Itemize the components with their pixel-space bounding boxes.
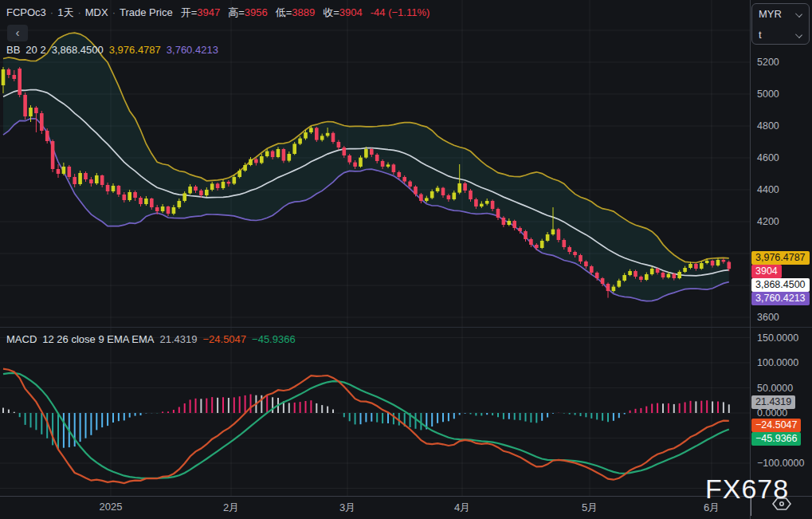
fx678-watermark: FX678	[705, 474, 789, 505]
axis-tick-label: 50.0000	[757, 383, 793, 394]
macd-indicator-legend[interactable]: MACD12 26 close 9 EMA EMA21.4319−24.5047…	[6, 333, 301, 345]
time-tick-label: 5月	[582, 501, 598, 515]
change-value: -44 (−1.11%)	[371, 6, 430, 18]
axis-tick-label: 150.0000	[757, 332, 798, 344]
chevron-left-icon: ‹	[16, 26, 20, 39]
pane-separator[interactable]	[0, 327, 812, 328]
time-axis[interactable]: 20252月3月4月5月6月	[0, 497, 812, 519]
exchange-label[interactable]: MDX	[85, 6, 108, 18]
interval-label[interactable]: 1天	[57, 6, 73, 18]
macd-title: MACD	[6, 333, 37, 345]
price-type-label[interactable]: Trade Price	[120, 6, 173, 18]
bb-params: 20 2	[25, 44, 45, 56]
time-tick-label: 4月	[454, 501, 470, 515]
macd-params: 12 26 close 9 EMA EMA	[42, 333, 154, 345]
bb-lower-value: 3,760.4213	[167, 44, 218, 56]
axis-price-badge: 3,760.4213	[751, 292, 810, 305]
bb-title: BB	[6, 44, 20, 56]
bb-upper-value: 3,976.4787	[109, 44, 161, 56]
axis-tick-label: 0.0000	[757, 407, 787, 419]
axis-tick-label: 5000	[757, 88, 779, 100]
high-label: 高=	[228, 6, 245, 18]
time-tick-label: 2月	[223, 501, 239, 515]
axis-price-badge: 21.4319	[751, 395, 795, 409]
currency-unit-selector: MYR t	[751, 3, 810, 45]
axis-tick-label: 4200	[757, 216, 779, 227]
axis-price-badge: 3,976.4787	[751, 251, 810, 265]
macd-hist-value: 21.4319	[159, 333, 197, 345]
time-tick-label: 2025	[100, 501, 123, 513]
macd-pane-canvas[interactable]	[0, 327, 750, 496]
time-tick-label: 3月	[339, 501, 355, 515]
chevron-down-icon	[795, 31, 802, 38]
macd-signal-value: −45.9366	[252, 333, 296, 345]
axis-tick-label: 100.0000	[757, 357, 798, 368]
low-label: 低=	[276, 6, 292, 18]
close-value: 3904	[339, 6, 363, 18]
unit-value: t	[759, 29, 762, 41]
macd-line-value: −24.5047	[202, 333, 246, 345]
axis-tick-label: 4800	[757, 120, 779, 132]
axis-tick-label: 4600	[757, 152, 779, 163]
bb-indicator-legend[interactable]: BB20 23,868.45003,976.47873,760.4213	[6, 44, 224, 56]
chevron-down-icon	[795, 10, 802, 18]
unit-dropdown[interactable]: t	[752, 25, 809, 45]
symbol-legend[interactable]: FCPOc3·1天·MDX·Trade Price开=3947高=3956低=3…	[6, 6, 430, 20]
axis-price-badge: 3,868.4500	[751, 278, 810, 292]
open-value: 3947	[197, 6, 220, 18]
open-label: 开=	[181, 6, 198, 18]
axis-tick-label: 4400	[757, 184, 779, 195]
trading-chart-window: FCPOc3·1天·MDX·Trade Price开=3947高=3956低=3…	[0, 0, 812, 519]
back-button[interactable]: ‹	[7, 25, 28, 41]
axis-tick-label: −100.0000	[757, 458, 804, 469]
axis-price-badge: 3904	[751, 265, 782, 278]
bb-basis-value: 3,868.4500	[52, 44, 104, 56]
axis-price-badge: −24.5047	[751, 419, 801, 432]
symbol-name[interactable]: FCPOc3	[6, 6, 46, 18]
currency-dropdown[interactable]: MYR	[752, 4, 809, 25]
high-value: 3956	[245, 6, 268, 18]
axis-price-badge: −45.9366	[751, 432, 801, 446]
close-label: 收=	[323, 6, 339, 18]
low-value: 3889	[292, 6, 315, 18]
currency-value: MYR	[759, 8, 782, 20]
axis-tick-label: 5200	[757, 57, 779, 68]
price-axis[interactable]: 5200500048004600440042003600150.0000100.…	[751, 0, 812, 496]
axis-tick-label: 3600	[757, 312, 779, 323]
